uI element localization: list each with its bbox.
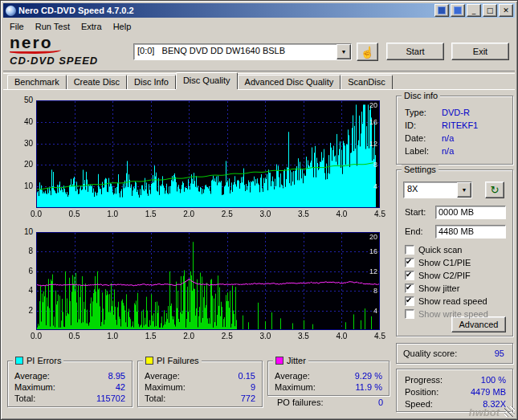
stats-label: Maximum:	[275, 382, 316, 392]
refresh-button[interactable]: ↻	[485, 181, 504, 198]
x-axis-tick: 1.0	[102, 210, 123, 218]
po-failures: PO failures: 0	[272, 398, 390, 408]
tab-scandisc[interactable]: ScanDisc	[341, 75, 392, 89]
disc-info-label: Label:	[405, 146, 429, 156]
progress-row: Position:4479 MB	[405, 387, 506, 398]
settings-row-end: End:4480 MB	[405, 225, 508, 239]
checkbox-show-c2-pif[interactable]: ✔Show C2/PIF	[405, 270, 471, 281]
checkbox-show-c1-pie[interactable]: ✔Show C1/PIE	[405, 257, 471, 268]
blue-square-icon	[454, 6, 462, 14]
po-failures-label: PO failures:	[277, 398, 323, 408]
menu-run-test[interactable]: Run Test	[30, 20, 75, 33]
tab-strip: BenchmarkCreate DiscDisc InfoDisc Qualit…	[7, 73, 393, 89]
refresh-icon: ↻	[491, 184, 500, 196]
quality-score-box: Quality score: 95	[396, 343, 513, 364]
pi-errors-chart	[36, 100, 380, 208]
disc-info-value: DVD-R	[442, 108, 470, 117]
x-axis-tick: 0.5	[64, 332, 85, 340]
jitter-swatch-icon	[275, 357, 283, 365]
disc-info-value: n/a	[442, 146, 454, 156]
disc-info-row: Type:DVD-R	[405, 108, 506, 118]
start-button[interactable]: Start	[386, 43, 444, 60]
checkbox-show-read-speed[interactable]: ✔Show read speed	[405, 296, 487, 307]
minimize-button[interactable]: _	[467, 4, 481, 17]
maximize-button[interactable]: □	[483, 4, 497, 17]
tab-disc-info[interactable]: Disc Info	[127, 75, 176, 89]
checkbox-show-jitter[interactable]: ✔Show jitter	[405, 283, 459, 294]
y-axis-tick: 8	[14, 247, 33, 255]
checkbox-box	[405, 245, 414, 255]
x-axis-tick: 1.5	[141, 332, 161, 340]
quality-score-value: 95	[495, 349, 504, 358]
x-axis-tick: 4.5	[369, 332, 390, 340]
menu-help[interactable]: Help	[108, 20, 137, 33]
eject-hand-button[interactable]: ☝	[357, 43, 378, 61]
exit-button[interactable]: Exit	[451, 43, 509, 60]
checkbox-box: ✔	[405, 296, 414, 306]
menu-file[interactable]: File	[4, 20, 30, 33]
quality-score-label: Quality score:	[403, 349, 457, 358]
field-end[interactable]: 4480 MB	[435, 225, 506, 239]
checkbox-label: Show jitter	[418, 283, 459, 293]
settings-row-start: Start:0000 MB	[405, 206, 508, 220]
x-axis-tick: 2.0	[178, 332, 199, 340]
field-label: Start:	[405, 207, 426, 217]
stats-value: 115702	[96, 393, 125, 403]
disc-info-value: n/a	[442, 133, 454, 143]
stats-label: Total:	[145, 393, 165, 403]
stats-jitter: JitterAverage:9.29 %Maximum:11.9 %	[267, 361, 390, 396]
checkbox-quick-scan[interactable]: Quick scan	[405, 244, 462, 255]
app-icon	[6, 6, 16, 16]
nero-logo: nero CD·DVD SPEED	[10, 35, 130, 67]
x-axis-tick: 3.5	[293, 210, 314, 218]
speed-select[interactable]: 8X ▼	[403, 181, 472, 198]
pi-failures-swatch-icon	[145, 357, 153, 365]
x-axis-tick: 1.0	[102, 332, 123, 340]
disc-info-row: ID:RITEKF1	[405, 120, 506, 131]
checkbox-show-write-speed[interactable]: Show write speed	[405, 308, 488, 320]
stats-legend: PI Errors	[13, 356, 63, 365]
disc-info-row: Date:n/a	[405, 133, 506, 144]
stats-label: Total:	[14, 393, 35, 403]
app-window: Nero CD-DVD Speed 4.7.0.2 _ □ ✕ FileRun …	[0, 0, 518, 420]
progress-label: Progress:	[405, 375, 443, 385]
chevron-down-icon[interactable]: ▼	[457, 182, 471, 198]
y-axis-tick: 20	[14, 160, 33, 169]
stats-row: Total:772	[145, 393, 255, 404]
disc-info-label: Type:	[405, 108, 426, 117]
x-axis-tick: 3.5	[293, 332, 314, 340]
pi-errors-swatch-icon	[15, 357, 23, 365]
pi-failures-jitter-chart	[36, 232, 380, 330]
tab-advanced-disc-quality[interactable]: Advanced Disc Quality	[238, 75, 341, 89]
stats-row: Average:9.29 %	[275, 371, 382, 381]
stats-value: 9.29 %	[355, 371, 382, 381]
x-axis-tick: 2.5	[217, 332, 238, 340]
menu-extra[interactable]: Extra	[75, 20, 108, 33]
titlebar-extra-icon-1[interactable]	[434, 4, 449, 17]
chevron-down-icon[interactable]: ▼	[336, 44, 351, 59]
stats-title: PI Failures	[157, 356, 199, 365]
field-start[interactable]: 0000 MB	[435, 206, 506, 219]
settings-group: Settings 8X ▼ ↻ Advanced Start:0000 MBEn…	[396, 169, 513, 336]
y-axis-tick: 50	[14, 96, 33, 104]
tab-create-disc[interactable]: Create Disc	[67, 75, 127, 89]
check-icon: ✔	[406, 295, 412, 306]
titlebar[interactable]: Nero CD-DVD Speed 4.7.0.2 _ □ ✕	[3, 3, 515, 18]
stats-legend: Jitter	[273, 356, 308, 365]
tab-disc-quality[interactable]: Disc Quality	[176, 72, 238, 89]
checkbox-label: Show C2/PIF	[418, 271, 471, 280]
header: nero CD·DVD SPEED [0:0] BENQ DVD DD DW16…	[3, 34, 515, 71]
stats-row: Maximum:42	[14, 382, 125, 393]
y-axis-tick: 6	[14, 267, 33, 275]
x-axis-tick: 2.5	[217, 210, 238, 218]
close-button[interactable]: ✕	[499, 4, 513, 17]
progress-row: Progress:100 %	[405, 375, 506, 385]
stats-value: 11.9 %	[356, 382, 382, 392]
checkbox-box: ✔	[405, 283, 414, 293]
stats-label: Average:	[14, 371, 50, 381]
titlebar-extra-icon-2[interactable]	[451, 4, 465, 17]
drive-select[interactable]: [0:0] BENQ DVD DD DW1640 BSLB ▼	[133, 43, 352, 60]
resize-grip[interactable]	[504, 406, 515, 417]
stats-title: Jitter	[287, 356, 306, 365]
tab-benchmark[interactable]: Benchmark	[7, 75, 67, 89]
